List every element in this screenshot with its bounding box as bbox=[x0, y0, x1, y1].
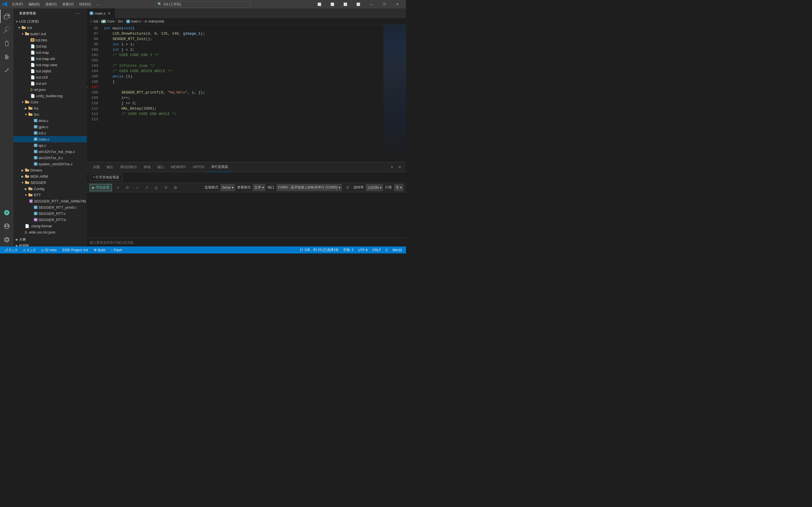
status-cursor[interactable]: 行 108，列 23 (已选择18) bbox=[299, 247, 340, 252]
serial-export-btn[interactable]: ↗ bbox=[143, 184, 150, 191]
panel-tab-xrtos[interactable]: XRTOS bbox=[190, 162, 208, 172]
activity-explorer[interactable] bbox=[0, 10, 13, 23]
panel-tab-problems[interactable]: 问题 bbox=[90, 162, 103, 172]
tree-segger-rtt-c[interactable]: C SEGGER_RTT.c bbox=[13, 210, 87, 217]
code-editor[interactable]: 68 97 98 99 100 101 102 103 104 105 106 … bbox=[87, 24, 406, 162]
add-monitor-button[interactable]: + 打开其他监视器 bbox=[90, 174, 122, 181]
workspace-root[interactable]: ▼ LCD (工作区) bbox=[13, 18, 87, 24]
tree-gpio-c[interactable]: C gpio.c bbox=[13, 124, 87, 130]
tree-clang-format[interactable]: 📄 .clang-format bbox=[13, 223, 87, 229]
tree-mdk-arm-folder[interactable]: ▶ MDK-ARM bbox=[13, 173, 87, 179]
tree-ref-json[interactable]: {} ref.json bbox=[13, 87, 87, 93]
tree-stm32-msp[interactable]: C stm32h7xx_hal_msp.c bbox=[13, 149, 87, 155]
activity-account[interactable] bbox=[0, 219, 13, 233]
activity-settings[interactable] bbox=[0, 233, 13, 246]
menu-more[interactable]: ... bbox=[94, 1, 102, 7]
serial-filter-btn[interactable]: ≡ bbox=[114, 184, 121, 191]
status-indent[interactable]: 空格: 2 bbox=[342, 247, 355, 252]
activity-remote[interactable] bbox=[0, 206, 13, 219]
toggle-sidebar-btn[interactable]: ⬜ bbox=[313, 0, 326, 8]
panel-close-btn[interactable]: ✕ bbox=[396, 164, 403, 170]
serial-link-btn[interactable]: ⌁ bbox=[133, 184, 141, 191]
panel-maximize-btn[interactable]: ∧ bbox=[389, 164, 395, 170]
port-select[interactable]: COM3 - 蓝牙链接上的标准串行 (COM3) ▾ bbox=[276, 184, 342, 191]
tree-lcd-objlist[interactable]: 📄 lcd.objlist bbox=[13, 68, 87, 74]
start-monitor-button[interactable]: ▶ 开始监视 bbox=[90, 184, 112, 191]
breadcrumb-src[interactable]: Src bbox=[118, 19, 123, 23]
tree-lcd-lnp[interactable]: 📄 lcd.lnp bbox=[13, 43, 87, 49]
outline-section[interactable]: ▶ 大纲 bbox=[13, 236, 87, 242]
end-select[interactable]: 无 ▾ bbox=[394, 184, 403, 191]
tree-src-folder[interactable]: ▼ Src bbox=[13, 111, 87, 117]
panel-tab-terminal[interactable]: 终端 bbox=[140, 162, 154, 172]
serial-clear-btn[interactable]: ⟳ bbox=[124, 184, 131, 191]
layout-btn[interactable]: ⬜ bbox=[352, 0, 365, 8]
breadcrumb-core[interactable]: Core bbox=[107, 19, 114, 23]
minimize-btn[interactable]: — bbox=[365, 0, 378, 8]
tree-lcd-htm[interactable]: H lcd.htm bbox=[13, 37, 87, 43]
panel-tab-ports[interactable]: 端口 bbox=[154, 162, 167, 172]
timeline-section[interactable]: ▶ 时间线 bbox=[13, 242, 87, 246]
status-build-btn[interactable]: ⚒ Build bbox=[93, 248, 107, 252]
status-time[interactable]: ◷ 32 mins bbox=[40, 248, 58, 252]
tree-lcd-c[interactable]: C lcd.c bbox=[13, 130, 87, 136]
tree-lcd-folder[interactable]: ▼ lcd bbox=[13, 24, 87, 31]
tree-inc-folder[interactable]: ▶ Inc bbox=[13, 105, 87, 111]
tree-segger-asm[interactable]: S SEGGER_RTT_ASM_ARMv7M.s bbox=[13, 198, 87, 204]
serial-output[interactable] bbox=[87, 192, 406, 238]
menu-edit[interactable]: 编辑(E) bbox=[26, 1, 42, 7]
tree-lcd-sct[interactable]: 📄 lcd.sct bbox=[13, 80, 87, 87]
view-select[interactable]: 文本 ▾ bbox=[253, 184, 265, 191]
activity-source-control[interactable] bbox=[0, 37, 13, 50]
status-encoding[interactable]: UTF-8 bbox=[357, 247, 369, 252]
panel-tab-serial[interactable]: 串行监视器 bbox=[208, 162, 232, 172]
serial-input-field[interactable] bbox=[90, 240, 403, 244]
tree-segger-folder[interactable]: ▼ SEGGER bbox=[13, 179, 87, 186]
serial-gear-btn[interactable]: ⚙ bbox=[172, 184, 179, 191]
menu-goto[interactable]: 转到(G) bbox=[77, 1, 93, 7]
mode-select[interactable]: Serial ▾ bbox=[220, 184, 235, 191]
tree-core-folder[interactable]: ▼ Core bbox=[13, 99, 87, 105]
status-eol[interactable]: CRLF bbox=[371, 247, 382, 252]
port-refresh-btn[interactable]: ↺ bbox=[344, 184, 351, 191]
toggle-panel-btn[interactable]: ⬜ bbox=[326, 0, 339, 8]
tree-segger-rtt-h[interactable]: H SEGGER_RTT.h bbox=[13, 217, 87, 223]
tree-unify-log[interactable]: 📄 unify_builder.log bbox=[13, 93, 87, 99]
breadcrumb-function[interactable]: main(void) bbox=[148, 19, 164, 23]
panel-tab-output[interactable]: 输出 bbox=[103, 162, 117, 172]
tab-close-icon[interactable]: ✕ bbox=[107, 11, 111, 15]
activity-extensions[interactable] bbox=[0, 64, 13, 77]
status-eide[interactable]: EIDE Project: lcd bbox=[61, 248, 89, 252]
tree-stm32-it[interactable]: C stm32h7xx_it.c bbox=[13, 155, 87, 161]
status-errors-warnings[interactable]: ⚠ 0 △ 0 bbox=[22, 248, 36, 252]
serial-repeat-btn[interactable]: ↺ bbox=[162, 184, 169, 191]
status-language[interactable]: C bbox=[384, 247, 389, 252]
tree-config-folder[interactable]: ▶ Config bbox=[13, 186, 87, 192]
breadcrumb-mainc[interactable]: main.c bbox=[131, 19, 141, 23]
baud-select[interactable]: 115200 ▾ bbox=[366, 184, 383, 191]
maximize-btn[interactable]: ❐ bbox=[378, 0, 391, 8]
tree-spi-c[interactable]: C spi.c bbox=[13, 142, 87, 149]
status-flash-btn[interactable]: ↓ Flash bbox=[110, 248, 123, 252]
tree-main-c[interactable]: C main.c bbox=[13, 136, 87, 142]
tree-build-folder[interactable]: ▼ build \ lcd bbox=[13, 31, 87, 37]
tree-segger-rtt-printf[interactable]: C SEGGER_RTT_printf.c bbox=[13, 204, 87, 210]
panel-tab-debug[interactable]: 调试控制台 bbox=[117, 162, 140, 172]
tree-lcd-s19[interactable]: 📄 lcd.s19 bbox=[13, 74, 87, 80]
serial-settings-btn2[interactable]: ◎ bbox=[153, 184, 160, 191]
tree-system-stm32[interactable]: C system_stm32h7xx.c bbox=[13, 161, 87, 167]
activity-search[interactable] bbox=[0, 23, 13, 37]
tree-lcd-map[interactable]: 📄 lcd.map bbox=[13, 49, 87, 55]
status-git[interactable]: ⎇ 0 △ 0 bbox=[3, 248, 18, 252]
menu-select[interactable]: 选择(S) bbox=[43, 1, 59, 7]
panel-tab-memory[interactable]: MEMORY bbox=[167, 162, 190, 172]
tree-rtt-folder[interactable]: ▼ RTT bbox=[13, 192, 87, 198]
tab-main-c[interactable]: C main.c ✕ bbox=[87, 8, 115, 18]
tree-eide-json[interactable]: {} .eide.usr.ctx.json bbox=[13, 229, 87, 235]
split-editor-btn[interactable]: ⬜ bbox=[339, 0, 352, 8]
sidebar-more-btn[interactable]: ··· bbox=[74, 10, 81, 17]
breadcrumb-lcd[interactable]: lcd bbox=[94, 19, 98, 23]
tree-dma-c[interactable]: C dma.c bbox=[13, 117, 87, 124]
tree-lcd-map-view[interactable]: 📄 lcd.map.view bbox=[13, 62, 87, 68]
menu-file[interactable]: 文件(F) bbox=[10, 1, 25, 7]
